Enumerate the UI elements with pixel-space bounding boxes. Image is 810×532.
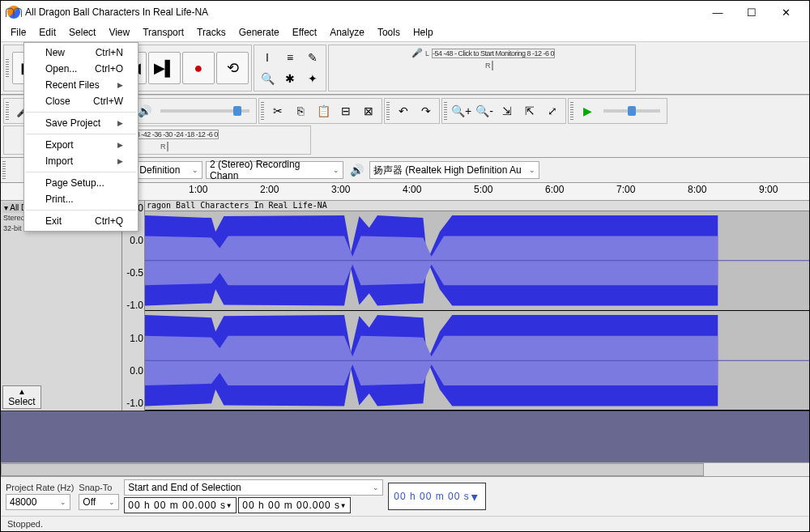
menu-exit[interactable]: ExitCtrl+Q: [24, 213, 138, 229]
envelope-tool-icon[interactable]: ≡: [279, 47, 301, 68]
menu-recent-files[interactable]: Recent Files▶: [24, 77, 138, 93]
silence-icon[interactable]: ⊠: [358, 100, 379, 121]
trim-icon[interactable]: ⊟: [335, 100, 356, 121]
menu-print[interactable]: Print...: [24, 191, 138, 207]
zoom-toggle-icon[interactable]: ⤢: [542, 100, 563, 121]
selection-start-field[interactable]: 00 h 00 m 00.000 s▾: [124, 497, 237, 513]
menu-page-setup[interactable]: Page Setup...: [24, 175, 138, 191]
chevron-right-icon: ▶: [117, 81, 123, 89]
chevron-down-icon: ⌄: [529, 166, 535, 174]
mic-icon[interactable]: 🎤: [410, 48, 424, 59]
chevron-down-icon: ⌄: [333, 166, 339, 174]
menu-exit-accel: Ctrl+Q: [95, 215, 123, 227]
project-rate-value: 48000: [10, 496, 36, 508]
undo-icon[interactable]: ↶: [393, 100, 414, 121]
zoom-out-icon[interactable]: 🔍-: [474, 100, 495, 121]
maximize-button[interactable]: ☐: [735, 1, 769, 23]
timeline-tick: 8:00: [688, 184, 706, 195]
timeline-tick: 3:00: [331, 184, 350, 195]
fit-project-icon[interactable]: ⇱: [519, 100, 540, 121]
recording-channels-select[interactable]: 2 (Stereo) Recording Chann⌄: [206, 161, 343, 179]
grip-icon[interactable]: [261, 102, 264, 120]
zoom-in-icon[interactable]: 🔍+: [450, 100, 472, 121]
playback-volume-slider[interactable]: [160, 109, 249, 113]
menu-transport[interactable]: Transport: [136, 25, 190, 40]
play-meter-r[interactable]: [167, 142, 168, 151]
chevron-right-icon: ▶: [117, 119, 123, 127]
loop-button[interactable]: ⟲: [216, 52, 249, 84]
menu-view[interactable]: View: [102, 25, 136, 40]
clip-title[interactable]: ragon Ball Characters In Real Life-NA: [145, 201, 809, 211]
waveform-area[interactable]: ragon Ball Characters In Real Life-NA 1.…: [122, 201, 809, 411]
paste-icon[interactable]: 📋: [313, 100, 334, 121]
track-select-button[interactable]: ▲ Select: [2, 385, 41, 409]
menu-edit[interactable]: Edit: [32, 25, 62, 40]
menu-new[interactable]: NewCtrl+N: [24, 45, 138, 61]
menu-export[interactable]: Export▶: [24, 137, 138, 153]
menu-open[interactable]: Open...Ctrl+O: [24, 61, 138, 77]
playback-speed-slider[interactable]: [603, 109, 660, 113]
record-button[interactable]: ●: [182, 52, 215, 84]
record-meter-r[interactable]: [492, 61, 493, 70]
menu-open-accel: Ctrl+O: [95, 63, 123, 74]
menu-file[interactable]: File: [4, 25, 32, 40]
timeline-tick: 2:00: [260, 184, 279, 195]
waveform-left[interactable]: [145, 211, 809, 311]
window-title: All Dragon Ball Characters In Real Life-…: [25, 6, 701, 18]
menu-import[interactable]: Import▶: [24, 153, 138, 169]
menu-help[interactable]: Help: [407, 25, 440, 40]
timeline-tick: 4:00: [403, 184, 421, 195]
menu-tools[interactable]: Tools: [371, 25, 407, 40]
multi-tool-icon[interactable]: ✦: [302, 68, 323, 89]
close-button[interactable]: ✕: [769, 1, 803, 23]
track-control-panel[interactable]: ▾ All Dragon Ball... Stereo, 48000Hz 32-…: [1, 201, 122, 411]
menu-select[interactable]: Select: [62, 25, 102, 40]
zoom-toolbar: 🔍+ 🔍- ⇲ ⇱ ⤢: [441, 98, 566, 124]
redo-icon[interactable]: ↷: [416, 100, 437, 121]
tools-toolbar: I ≡ ✎ 🔍 ✱ ✦: [254, 45, 326, 92]
audio-track: ▾ All Dragon Ball... Stereo, 48000Hz 32-…: [1, 201, 809, 411]
cut-icon[interactable]: ✂: [267, 100, 288, 121]
menu-analyze[interactable]: Analyze: [323, 25, 371, 40]
grip-icon[interactable]: [6, 102, 9, 120]
track-select-label: Select: [8, 396, 35, 407]
chevron-down-icon: ⌄: [192, 166, 198, 174]
meter-l-label: L: [425, 49, 432, 57]
meter-r-label: R: [160, 143, 167, 151]
menu-tracks[interactable]: Tracks: [190, 25, 232, 40]
play-at-speed-icon[interactable]: ▶: [577, 100, 598, 121]
audio-position-field[interactable]: 00 h 00 m 00 s▾: [388, 483, 485, 510]
grip-icon[interactable]: [570, 102, 573, 120]
skip-end-button[interactable]: ▶▌: [148, 52, 181, 84]
menu-save-project[interactable]: Save Project▶: [24, 115, 138, 131]
selection-end-field[interactable]: 00 h 00 m 00.000 s▾: [238, 497, 351, 513]
scale-label: -1.0: [123, 300, 143, 311]
playback-device-select[interactable]: 扬声器 (Realtek High Definition Au⌄: [369, 161, 539, 179]
horizontal-scrollbar[interactable]: [1, 462, 809, 476]
grip-icon[interactable]: [444, 102, 447, 120]
selection-mode-select[interactable]: Start and End of Selection⌄: [124, 479, 383, 496]
menu-generate[interactable]: Generate: [232, 25, 286, 40]
timeline-tick: 6:00: [545, 184, 564, 195]
snap-to-select[interactable]: Off⌄: [79, 494, 119, 510]
audio-position-value: 00 h 00 m 00 s: [394, 491, 469, 502]
menu-effect[interactable]: Effect: [286, 25, 323, 40]
waveform-right[interactable]: [145, 311, 809, 411]
grip-icon[interactable]: [2, 161, 6, 179]
menu-close[interactable]: CloseCtrl+W: [24, 93, 138, 109]
copy-icon[interactable]: ⎘: [290, 100, 311, 121]
selection-toolbar: Project Rate (Hz) 48000⌄ Snap-To Off⌄ St…: [1, 477, 809, 516]
grip-icon[interactable]: [6, 59, 9, 77]
menu-bar: File Edit Select View Transport Tracks G…: [1, 23, 809, 41]
fit-selection-icon[interactable]: ⇲: [497, 100, 518, 121]
project-rate-select[interactable]: 48000⌄: [6, 494, 70, 510]
selection-tool-icon[interactable]: I: [257, 47, 278, 68]
menu-pagesetup-label: Page Setup...: [45, 177, 104, 189]
timeshift-tool-icon[interactable]: ✱: [279, 68, 301, 89]
record-meter[interactable]: -54 -48 - Click to Start Monitoring 8 -1…: [432, 49, 555, 58]
menu-new-accel: Ctrl+N: [96, 47, 123, 58]
zoom-tool-icon[interactable]: 🔍: [257, 68, 278, 89]
draw-tool-icon[interactable]: ✎: [302, 47, 323, 68]
minimize-button[interactable]: —: [701, 1, 735, 23]
grip-icon[interactable]: [386, 102, 390, 120]
